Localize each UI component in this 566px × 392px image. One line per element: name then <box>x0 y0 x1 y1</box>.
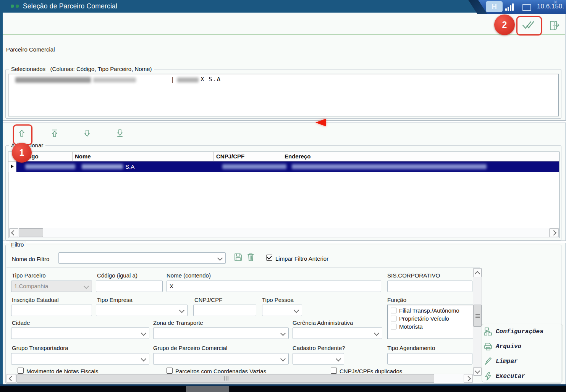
partners-grid[interactable]: Código Nome CNPJ/CPF Endereço S.A <box>8 152 560 238</box>
funcao-option-label[interactable]: Filial Transp./Autônomo <box>399 307 459 314</box>
selected-row-visible-text: S.A <box>125 163 134 170</box>
filter-vscrollbar[interactable] <box>473 268 482 376</box>
chevron-down-icon[interactable] <box>217 255 223 261</box>
save-filter-button[interactable] <box>234 253 243 263</box>
chevron-down-icon[interactable] <box>374 331 379 336</box>
chevron-down-icon[interactable] <box>336 356 341 361</box>
grupo-parceiro-comercial-combobox[interactable] <box>153 353 289 365</box>
scroll-down-button[interactable] <box>473 367 482 376</box>
tipo-agendamento-input[interactable] <box>387 353 472 365</box>
arrow-down-to-bar-icon <box>116 129 123 137</box>
cadastro-pendente-label: Cadastro Pendente? <box>293 345 345 351</box>
splitter-bar[interactable] <box>3 120 566 123</box>
hscroll-thumb[interactable] <box>19 228 43 237</box>
funcao-option-label[interactable]: Proprietário Veículo <box>399 315 449 322</box>
chevron-down-icon[interactable] <box>280 356 286 361</box>
redacted-text <box>93 77 136 82</box>
remote-host-icon[interactable]: H <box>486 1 503 12</box>
arquivo-button[interactable]: Arquivo <box>484 341 521 352</box>
taskbar-item[interactable] <box>186 386 229 392</box>
tipo-parceiro-combobox[interactable]: 1.Companhia <box>11 281 92 292</box>
annotation-step-2: 2 <box>494 15 515 35</box>
filter-hscrollbar[interactable] <box>6 374 473 383</box>
chevron-down-icon[interactable] <box>84 284 89 289</box>
tipo-parceiro-label: Tipo Parceiro <box>12 272 46 279</box>
selecionados-list[interactable]: | X S.A <box>8 74 559 116</box>
selecionados-groupbox: Selecionados (Colunas: Código, Tipo Parc… <box>5 69 561 119</box>
selected-row[interactable]: S.A <box>16 161 559 172</box>
move-all-up-button[interactable] <box>47 125 63 141</box>
nome-contendo-label: Nome (contendo) <box>167 272 211 279</box>
window-title: Seleção de Parceiro Comercial <box>23 2 117 10</box>
grid-hscrollbar[interactable] <box>9 228 559 237</box>
gerencia-administrativa-combobox[interactable] <box>293 327 382 339</box>
cnpjs-cpfs-duplicados-checkbox[interactable] <box>331 368 337 374</box>
delete-filter-button[interactable] <box>247 253 255 263</box>
zona-transporte-label: Zona de Transporte <box>153 319 203 326</box>
vscroll-thumb[interactable] <box>473 305 482 327</box>
funcao-listbox[interactable]: Filial Transp./Autônomo Proprietário Veí… <box>387 305 473 339</box>
redacted-cell <box>292 164 487 169</box>
parceiros-coordenadas-vazias-checkbox[interactable] <box>167 368 173 374</box>
remote-address: 10.6.150. <box>537 3 564 10</box>
nome-do-filtro-combobox[interactable] <box>58 252 226 264</box>
grid-col-nome[interactable]: Nome <box>73 152 214 161</box>
codigo-input[interactable] <box>96 281 163 292</box>
limpar-button[interactable]: Limpar <box>484 356 518 367</box>
restore-window-icon[interactable] <box>522 4 531 11</box>
close-icon[interactable]: ✕ <box>553 0 558 5</box>
current-row-arrow-icon <box>11 165 14 168</box>
grupo-transportadora-combobox[interactable] <box>11 353 149 365</box>
chevron-down-icon[interactable] <box>280 331 286 336</box>
sis-corporativo-input[interactable] <box>387 281 472 292</box>
grid-col-cnpj[interactable]: CNPJ/CPF <box>214 152 282 161</box>
chevron-down-icon[interactable] <box>141 356 146 361</box>
scroll-right-button[interactable] <box>464 374 473 383</box>
move-all-down-button[interactable] <box>112 125 128 141</box>
configuracoes-button[interactable]: Configurações <box>484 326 543 337</box>
filtro-groupbox: Filtro Nome do Filtro Limpar Filtro Ante… <box>5 245 561 384</box>
nome-do-filtro-label: Nome do Filtro <box>12 256 49 262</box>
funcao-option-checkbox[interactable] <box>391 316 396 321</box>
printer-file-icon <box>484 342 493 351</box>
tipo-agendamento-label: Tipo Agendamento <box>387 345 435 351</box>
cadastro-pendente-combobox[interactable] <box>293 353 344 365</box>
exit-button[interactable] <box>548 20 560 33</box>
funcao-option-label[interactable]: Motorista <box>399 323 423 330</box>
list-item-separator: | <box>171 76 175 83</box>
limpar-filtro-anterior-checkbox[interactable] <box>266 255 272 261</box>
window-status-dot <box>11 5 14 8</box>
limpar-filtro-anterior-label: Limpar Filtro Anterior <box>275 255 328 262</box>
chevron-down-icon[interactable] <box>179 308 184 313</box>
executar-button[interactable]: Executar <box>484 371 525 382</box>
cidade-combobox[interactable] <box>11 327 149 339</box>
nome-contendo-input[interactable]: X <box>167 281 381 292</box>
tipo-pessoa-combobox[interactable] <box>262 305 302 316</box>
funcao-option-checkbox[interactable] <box>391 308 396 313</box>
lightning-icon <box>484 372 493 381</box>
funcao-label: Função <box>387 297 406 303</box>
tipo-pessoa-label: Tipo Pessoa <box>262 297 294 303</box>
inscricao-estadual-input[interactable] <box>11 305 92 316</box>
chevron-down-icon[interactable] <box>294 308 299 313</box>
scroll-up-button[interactable] <box>473 269 482 277</box>
cnpj-cpf-input[interactable] <box>193 305 256 316</box>
tipo-empresa-label: Tipo Empresa <box>97 297 133 303</box>
a-selecionar-groupbox: A Selecionar Código Nome CNPJ/CPF Endere… <box>5 145 561 240</box>
scroll-left-button[interactable] <box>9 228 18 237</box>
toolbar-separator <box>544 17 544 36</box>
scroll-right-button[interactable] <box>549 228 558 237</box>
filtro-legend: Filtro <box>9 241 26 248</box>
funcao-option-checkbox[interactable] <box>391 324 396 329</box>
move-down-button[interactable] <box>79 125 95 141</box>
signal-bars-icon <box>505 3 515 11</box>
annotation-rect-move-up <box>13 124 32 145</box>
tipo-empresa-combobox[interactable] <box>96 305 188 316</box>
arrow-down-icon <box>84 129 91 137</box>
hscroll-thumb[interactable] <box>16 374 434 383</box>
chevron-down-icon[interactable] <box>141 331 146 336</box>
scroll-left-button[interactable] <box>7 374 16 383</box>
movimento-notas-fiscais-checkbox[interactable] <box>18 368 24 374</box>
grid-col-endereco[interactable]: Endereço <box>282 152 559 161</box>
zona-transporte-combobox[interactable] <box>153 327 289 339</box>
